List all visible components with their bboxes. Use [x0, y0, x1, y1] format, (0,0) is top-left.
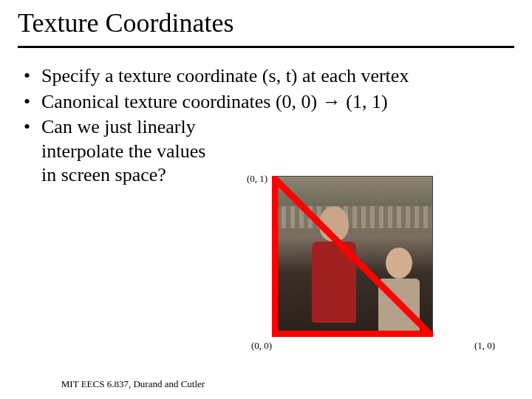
- slide-title: Texture Coordinates: [18, 7, 514, 44]
- slide-footer: MIT EECS 6.837, Durand and Cutler: [0, 378, 266, 390]
- photo-figure: [375, 248, 423, 336]
- bullet-item: Specify a texture coordinate (s, t) at e…: [24, 64, 514, 89]
- coord-label-bottom-left: (0, 0): [251, 340, 272, 352]
- bullet-item: Can we just linearly interpolate the val…: [24, 115, 245, 188]
- title-underline: [18, 46, 514, 48]
- coord-label-bottom-right: (1, 0): [474, 340, 495, 352]
- photo-figure: [308, 206, 360, 332]
- coord-label-top-left: (0, 1): [247, 173, 267, 185]
- bullet-text: Can we just linearly interpolate the val…: [41, 116, 205, 185]
- texture-photo: [272, 176, 433, 337]
- slide: Texture Coordinates Specify a texture co…: [0, 0, 532, 188]
- texture-figure: (0, 1) (0, 0) (1, 0): [245, 161, 437, 344]
- bullet-item: Canonical texture coordinates (0, 0) → (…: [24, 90, 514, 115]
